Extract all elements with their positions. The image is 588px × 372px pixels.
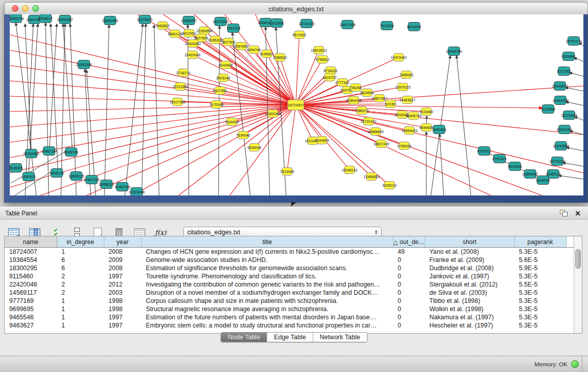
graph-node[interactable]: 10655257	[181, 16, 197, 25]
column-header-short[interactable]: short	[425, 236, 514, 248]
column-header-year[interactable]: year	[104, 236, 141, 248]
graph-node[interactable]: 15981394	[41, 147, 57, 156]
table-scrollbar[interactable]	[574, 236, 582, 333]
graph-node[interactable]: 7463822	[156, 22, 169, 30]
graph-node[interactable]: 9777169	[335, 79, 349, 86]
graph-node[interactable]: 2718176	[176, 69, 190, 77]
graph-node[interactable]: 62160	[385, 100, 396, 108]
graph-node[interactable]: 8860128	[168, 30, 182, 38]
graph-node[interactable]: 16958107	[98, 180, 114, 189]
window-titlebar[interactable]: citations_edges.txt	[4, 2, 588, 15]
graph-node[interactable]: 746266	[350, 84, 361, 92]
graph-node[interactable]: 12093872	[552, 82, 568, 91]
graph-node[interactable]: 3170046	[209, 101, 223, 108]
graph-node[interactable]: 9905135	[50, 169, 63, 178]
graph-node[interactable]: 8454749	[247, 46, 260, 54]
column-header-pagerank[interactable]: pagerank	[514, 236, 566, 248]
graph-node[interactable]: 2388520	[273, 54, 287, 61]
graph-node[interactable]: 8427552	[213, 87, 227, 95]
graph-node[interactable]: 1350513	[21, 172, 35, 181]
table-row[interactable]: 2242004622012Investigating the contribut…	[5, 280, 574, 289]
graph-node[interactable]: 9827508	[221, 38, 235, 46]
graph-node[interactable]: 10688809	[367, 128, 383, 136]
graph-node[interactable]: 9699695	[419, 124, 433, 132]
graph-node[interactable]: 9242844	[219, 61, 232, 69]
graph-node[interactable]: 19055724	[10, 14, 24, 23]
graph-node[interactable]: 7857224	[226, 24, 240, 33]
graph-node[interactable]: 9245032	[536, 176, 550, 185]
graph-node[interactable]: 7513445	[280, 168, 294, 176]
graph-node[interactable]: 10553287	[57, 15, 73, 24]
graph-node[interactable]: 15751074	[565, 37, 581, 46]
network-canvas[interactable]: 1872400774638228860128891295422260658982…	[10, 14, 583, 195]
graph-node[interactable]: 13505135	[68, 172, 84, 181]
table-row[interactable]: 977716911998Corpus callosum shape and si…	[5, 297, 574, 305]
graph-node[interactable]: 15276021	[137, 15, 153, 24]
graph-node[interactable]: 3824554	[360, 89, 374, 97]
minimize-window-button[interactable]	[22, 5, 29, 12]
graph-node[interactable]: 9572301	[292, 31, 306, 39]
graph-node[interactable]: 19619613	[311, 47, 326, 54]
graph-node[interactable]: 16648784	[446, 47, 462, 56]
graph-node[interactable]: 15276002	[212, 17, 228, 26]
graph-node[interactable]: 1421072	[322, 74, 336, 81]
graph-node[interactable]: 6791917	[477, 147, 491, 156]
graph-node[interactable]: 7485063	[399, 71, 413, 79]
graph-node[interactable]: 18107552	[169, 98, 185, 106]
graph-node[interactable]: 22260658	[196, 27, 212, 35]
graph-node[interactable]: 7986372	[355, 107, 368, 115]
tab-node-table[interactable]: Node Table	[221, 333, 267, 342]
graph-node[interactable]: 9245013	[382, 182, 396, 189]
zoom-window-button[interactable]	[32, 5, 39, 12]
scrollbar-thumb[interactable]	[575, 249, 581, 269]
column-header-out_de[interactable]: △ out_de…	[393, 236, 425, 248]
graph-node[interactable]: 10694542	[522, 170, 538, 179]
network-view-window[interactable]: citations_edges.txt 18724007746382288601…	[4, 2, 588, 203]
graph-node[interactable]: 20691406	[102, 16, 118, 25]
table-row[interactable]: 1456911722003Disruption of a novel membe…	[5, 289, 574, 297]
graph-node[interactable]: 2526065	[10, 164, 23, 172]
table-row[interactable]: 911546021997Tourette syndrome. Phenomeno…	[5, 272, 574, 280]
graph-node[interactable]: 9146821	[259, 50, 273, 58]
graph-node[interactable]: 25260650	[23, 149, 39, 158]
graph-node[interactable]: 9613954	[508, 162, 521, 171]
graph-node[interactable]: 9634044	[247, 144, 261, 151]
graph-node[interactable]: 9227342	[557, 67, 571, 76]
graph-node[interactable]: 8905572	[38, 14, 52, 23]
graph-node[interactable]: 16782759	[114, 183, 130, 191]
table-row[interactable]: 1938455462009Genome-wide association stu…	[5, 256, 574, 264]
table-row[interactable]: 1830029562008Estimation of significance …	[5, 264, 574, 272]
node-table-grid[interactable]: namein_degreeyeartitle△ out_de…shortpage…	[5, 236, 574, 330]
graph-node[interactable]: 10719155	[298, 19, 314, 28]
graph-node[interactable]: 9329966	[561, 52, 575, 61]
graph-node[interactable]: 21053346	[76, 60, 92, 69]
graph-node[interactable]: 1640954	[432, 125, 446, 134]
graph-node[interactable]: 9215958	[541, 105, 555, 114]
graph-node[interactable]: 15248132	[341, 166, 357, 174]
graph-node[interactable]: 16770224	[549, 157, 565, 166]
graph-node[interactable]: 17957225	[83, 176, 99, 184]
close-window-button[interactable]	[12, 5, 18, 12]
graph-node[interactable]: 8186328	[208, 36, 222, 44]
graph-node[interactable]: 9755812	[315, 56, 329, 63]
float-panel-icon[interactable]	[560, 210, 568, 216]
column-header-title[interactable]: title	[141, 236, 393, 248]
node-table[interactable]: namein_degreeyeartitle△ out_de…shortpage…	[4, 236, 582, 334]
table-row[interactable]: 969969511998Structural magnetic resonanc…	[5, 305, 574, 313]
graph-node[interactable]: 16210643	[561, 111, 577, 120]
graph-node[interactable]: 16671358	[339, 20, 355, 29]
graph-node[interactable]: 12975115	[395, 83, 411, 91]
graph-node[interactable]: 8813054	[407, 23, 421, 31]
graph-node[interactable]: 18724007	[288, 100, 304, 110]
graph-node[interactable]: 8791919	[492, 155, 506, 163]
graph-node[interactable]: 9756928	[397, 142, 411, 150]
graph-node[interactable]: 12923448	[128, 188, 144, 196]
graph-node[interactable]: 9505135	[64, 148, 78, 157]
graph-node[interactable]: 1921856	[270, 19, 284, 28]
graph-node[interactable]: 15692391	[556, 125, 572, 134]
graph-node[interactable]: 7634046	[236, 132, 250, 139]
column-header-in_degree[interactable]: in_degree	[57, 236, 104, 248]
graph-node[interactable]: 12100554	[553, 142, 569, 150]
graph-node[interactable]: 9115460	[420, 108, 433, 116]
close-panel-icon[interactable]: ✕	[575, 210, 581, 217]
